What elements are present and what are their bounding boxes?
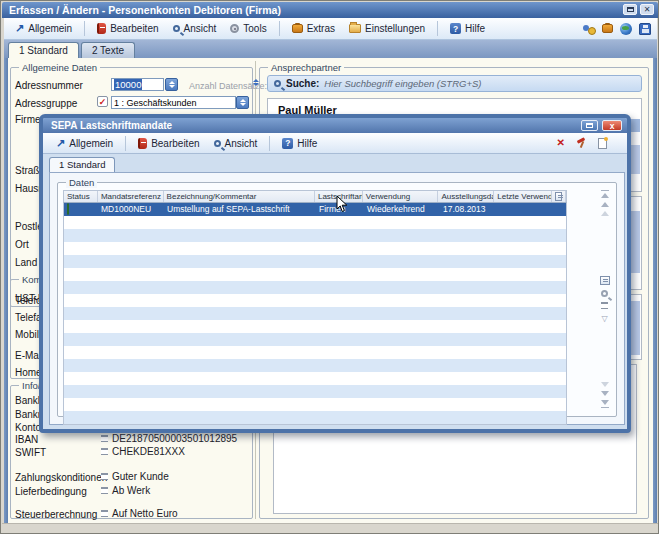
save-icon[interactable] <box>639 23 651 35</box>
main-titlebar[interactable]: Erfassen / Ändern - Personenkonten Debit… <box>2 2 658 18</box>
col-ausstellungsdatum[interactable]: Ausstellungsdatum <box>438 191 494 202</box>
menu-tools[interactable]: Tools <box>225 21 271 36</box>
value-icon <box>101 435 108 442</box>
group-title: Ansprechpartner <box>268 62 344 73</box>
menu-extras[interactable]: Extras <box>287 21 340 36</box>
menu-label: Extras <box>307 23 335 34</box>
table-row-empty[interactable] <box>63 281 567 294</box>
col-status[interactable]: Status <box>64 191 98 202</box>
table-row-empty[interactable] <box>63 255 567 268</box>
delete-icon[interactable]: ✕ <box>557 138 565 148</box>
dialog-menu-hilfe[interactable]: ? Hilfe <box>277 136 322 151</box>
adressnummer-spinner[interactable] <box>165 78 178 91</box>
close-icon[interactable]: ✕ <box>640 4 654 15</box>
dialog-menu-ansicht[interactable]: Ansicht <box>209 136 263 151</box>
menu-label: Bearbeiten <box>110 23 158 34</box>
dialog-restore-icon[interactable] <box>581 120 598 131</box>
table-row-empty[interactable] <box>63 216 567 229</box>
dialog-titlebar[interactable]: SEPA Lastschriftmandate <box>43 118 627 133</box>
table-row-empty[interactable] <box>63 294 567 307</box>
dialog-close-icon[interactable]: x <box>602 120 622 131</box>
adressgruppe-dropdown[interactable] <box>236 96 249 109</box>
check-glyph: ✓ <box>99 97 107 107</box>
adressnummer-input[interactable]: 10000 <box>111 78 164 91</box>
col-letzte-verwendung[interactable]: Letzte Verwendung <box>494 191 552 202</box>
menu-label: Allgemein <box>69 138 113 149</box>
dialog-tab-standard[interactable]: 1 Standard <box>49 157 115 172</box>
steuerberechnung-value: Auf Netto Euro <box>101 508 178 519</box>
tab-standard[interactable]: 1 Standard <box>8 42 79 58</box>
iban-label: IBAN <box>15 434 38 445</box>
row-up-icon[interactable] <box>601 211 609 216</box>
bezeichnung-cell: Umstellung auf SEPA-Lastschrift <box>164 203 316 216</box>
lieferbedingung-label: Lieferbedingung <box>15 486 87 497</box>
allgemein-icon: ↗ <box>56 138 65 149</box>
table-row-empty[interactable] <box>63 411 567 424</box>
menu-ansicht[interactable]: Ansicht <box>168 21 222 36</box>
users-icon[interactable] <box>582 23 595 34</box>
sepa-dialog: SEPA Lastschriftmandate x ↗ Allgemein Be… <box>39 114 631 433</box>
first-row-icon[interactable] <box>601 193 609 198</box>
table-row-selected[interactable]: MD1000NEU Umstellung auf SEPA-Lastschrif… <box>63 203 567 216</box>
dialog-menu-bearbeiten[interactable]: Bearbeiten <box>133 136 204 151</box>
col-bezeichnung[interactable]: Bezeichnung/Kommentar <box>164 191 315 202</box>
table-row-empty[interactable] <box>63 385 567 398</box>
value-icon <box>101 510 108 517</box>
zahlungskonditionen-value: Guter Kunde <box>101 471 169 482</box>
globe-icon[interactable] <box>620 23 632 35</box>
spin-down-icon <box>240 103 246 106</box>
table-row-empty[interactable] <box>63 372 567 385</box>
edit-icon <box>138 138 147 149</box>
menu-hilfe[interactable]: ? Hilfe <box>445 21 490 36</box>
briefcase-icon[interactable] <box>602 24 613 33</box>
menu-allgemein[interactable]: ↗ Allgemein <box>10 21 77 36</box>
sort-icon[interactable] <box>601 302 608 309</box>
menu-label: Tools <box>243 23 266 34</box>
spin-up-icon <box>253 79 259 82</box>
mandate-status-icon <box>67 203 69 215</box>
hammer-icon[interactable] <box>576 138 587 149</box>
new-document-icon[interactable] <box>598 138 607 149</box>
adressgruppe-checkbox[interactable]: ✓ <box>97 96 108 107</box>
lieferbedingung-value: Ab Werk <box>101 485 150 496</box>
spin-up-icon <box>240 99 246 102</box>
table-row-empty[interactable] <box>63 307 567 320</box>
last-row-icon[interactable] <box>601 400 609 405</box>
table-row-empty[interactable] <box>63 346 567 359</box>
column-chooser-button[interactable] <box>552 191 566 202</box>
table-row-empty[interactable] <box>63 229 567 242</box>
col-lastschriftart[interactable]: Lastschriftart <box>315 191 363 202</box>
value-icon <box>101 473 108 480</box>
mandate-table-header[interactable]: Status Mandatsreferenz Bezeichnung/Komme… <box>63 190 567 203</box>
last-row-icon[interactable] <box>601 407 609 408</box>
col-verwendung[interactable]: Verwendung <box>363 191 439 202</box>
filter-icon[interactable]: ▽ <box>601 314 607 323</box>
record-spinner-icon[interactable] <box>253 79 259 86</box>
grid-icon[interactable] <box>600 276 610 285</box>
table-row-empty[interactable] <box>63 268 567 281</box>
page-up-icon[interactable] <box>601 202 609 207</box>
zoom-icon[interactable] <box>601 290 608 297</box>
contact-search[interactable]: Suche: Hier Suchbegriff eingeben (STRG+S… <box>267 75 642 92</box>
page-down-icon[interactable] <box>601 391 609 396</box>
tab-texte[interactable]: 2 Texte <box>81 42 135 58</box>
table-row-empty[interactable] <box>63 359 567 372</box>
menu-label: Allgemein <box>28 23 72 34</box>
first-row-icon[interactable] <box>601 190 609 191</box>
row-down-icon[interactable] <box>601 382 609 387</box>
adressgruppe-select[interactable]: 1 : Geschäftskunden <box>111 96 236 109</box>
menu-einstellungen[interactable]: Einstellungen <box>344 21 430 36</box>
table-row-empty[interactable] <box>63 242 567 255</box>
window-frame-bottom <box>2 523 659 534</box>
table-row-empty[interactable] <box>63 398 567 411</box>
table-row-empty[interactable] <box>63 333 567 346</box>
col-mandatsreferenz[interactable]: Mandatsreferenz <box>98 191 164 202</box>
ort-label: Ort <box>15 239 29 250</box>
maximize-icon[interactable] <box>623 4 637 15</box>
spin-down-icon <box>253 83 259 86</box>
dialog-menu-allgemein[interactable]: ↗ Allgemein <box>51 136 118 151</box>
table-row-empty[interactable] <box>63 320 567 333</box>
menu-label: Ansicht <box>184 23 217 34</box>
toolbar-separator <box>125 136 126 151</box>
menu-bearbeiten[interactable]: Bearbeiten <box>92 21 163 36</box>
